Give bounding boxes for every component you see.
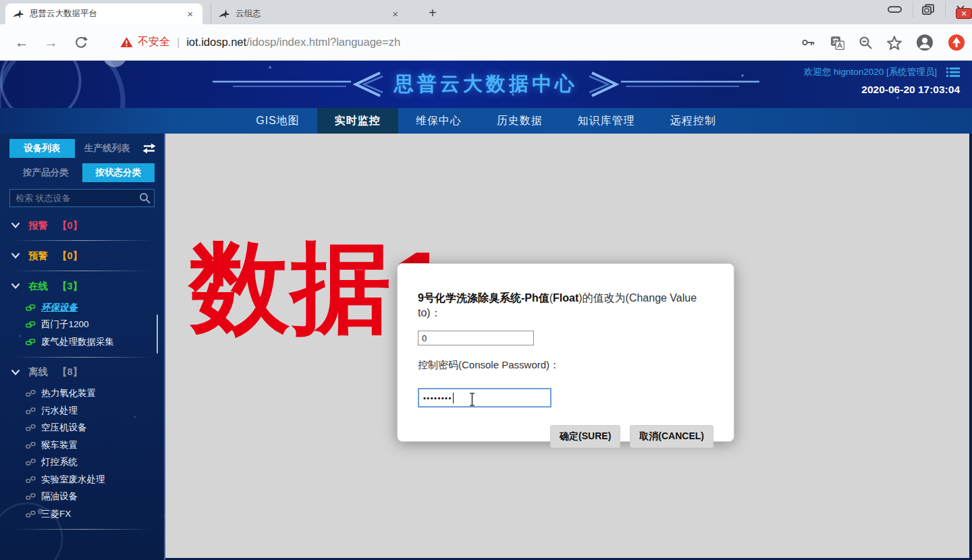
banner-deco-right-icon [587,71,759,98]
chevron-down-icon[interactable] [11,252,20,259]
divider [12,271,152,271]
nav-item-remote-control[interactable]: 远程控制 [653,108,734,134]
device-item-label: 污水处理 [41,405,78,417]
divider [12,529,152,530]
group-label: 预警 [28,250,48,262]
window-controls: ✕ [880,1,968,18]
link-offline-icon [26,509,36,519]
link-offline-icon [26,457,36,467]
device-item-selected[interactable]: 环保设备 [0,299,164,316]
tab-device-list[interactable]: 设备列表 [9,139,75,158]
profile-avatar-icon[interactable] [916,34,934,51]
device-item-label: 废气处理数据采集 [41,336,114,348]
divider [12,357,152,358]
sidebar-scrollbar[interactable] [157,314,158,354]
device-item[interactable]: 废气处理数据采集 [0,333,164,351]
translate-icon[interactable] [830,36,844,50]
new-tab-button[interactable]: + [422,4,443,22]
device-item[interactable]: 实验室废水处理 [0,471,164,488]
password-masked-value: •••••••• [423,394,452,402]
reload-button[interactable] [74,36,88,49]
bookmark-star-icon[interactable] [887,36,902,50]
zoom-out-icon[interactable] [859,36,873,50]
menu-list-icon[interactable] [946,67,960,78]
tab-close-icon[interactable]: × [389,8,401,20]
device-item[interactable]: 热力氧化装置 [0,385,164,403]
chevron-down-icon[interactable] [11,222,20,229]
nav-item-realtime-monitor[interactable]: 实时监控 [317,108,398,134]
security-warning-icon [120,36,133,48]
dialog-title-device: 9号化学洗涤除臭系统-Ph值 [418,292,549,304]
page-body: 设备列表 生产线列表 按产品分类 按状态分类 报警 【0】 [0,134,972,560]
device-item[interactable]: 隔油设备 [0,488,164,506]
forward-button[interactable]: → [44,34,58,51]
tab-by-product[interactable]: 按产品分类 [9,163,82,182]
group-count: 【8】 [57,366,82,379]
close-button[interactable]: ✕ [945,1,968,18]
device-item-label: 环保设备 [41,302,78,314]
device-item[interactable]: 西门子1200 [0,316,164,334]
device-item[interactable]: 灯控系统 [0,454,164,472]
group-label: 报警 [28,219,48,232]
nav-item-gis[interactable]: GIS地图 [238,108,317,134]
datetime-label: 2020-06-20 17:03:04 [804,84,960,96]
device-item[interactable]: 污水处理 [0,402,164,420]
browser-tab-active[interactable]: 思普云大数据平台 × [5,3,202,24]
tree-group-online[interactable]: 在线 【3】 [0,277,164,295]
link-offline-icon [26,389,36,398]
divider [12,240,152,241]
tree-group-alarm[interactable]: 报警 【0】 [0,217,164,234]
tab-strip: 思普云大数据平台 × 云组态 × + ✕ [0,0,972,24]
device-search-input[interactable] [9,189,155,207]
nav-item-history-data[interactable]: 历史数据 [479,108,560,134]
search-icon[interactable] [139,192,151,204]
nav-item-maintenance[interactable]: 维保中心 [398,108,479,134]
device-item-label: 猴车装置 [41,439,78,451]
tab-by-status[interactable]: 按状态分类 [82,163,155,182]
minimize-icon [888,5,902,13]
welcome-user-label: 欢迎您 hignton2020 [系统管理员] [804,66,937,78]
chevron-down-icon[interactable] [11,369,20,376]
sure-button[interactable]: 确定(SURE) [550,425,620,448]
console-password-input[interactable]: •••••••• [418,388,551,408]
url-host: iot.idosp.net [186,36,246,49]
app-title: 思普云大数据中心 [394,71,578,98]
device-item[interactable]: 猴车装置 [0,437,164,454]
device-item[interactable]: 空压机设备 [0,420,164,437]
address-bar[interactable]: 不安全 | iot.idosp.net /idosp/index.html?la… [105,35,400,49]
cancel-button[interactable]: 取消(CANCEL) [630,425,713,448]
device-item-label: 实验室废水处理 [41,474,105,486]
password-key-icon[interactable] [801,36,816,49]
main-content: 数据1 9号化学洗涤除臭系统-Ph值(Float)的值改为(Change Val… [165,134,969,558]
tab-production-line-list[interactable]: 生产线列表 [75,139,140,158]
link-online-icon [26,320,36,329]
dialog-title-type: Float [553,292,578,304]
new-value-input[interactable] [418,331,534,345]
browser-tab-inactive[interactable]: 云组态 × [211,3,408,24]
list-type-tabs: 设备列表 生产线列表 [9,139,156,158]
device-item[interactable]: 三菱FX [0,505,164,523]
chevron-down-icon[interactable] [11,283,20,289]
device-tree: 报警 【0】 预警 【0】 在线 【3】 [0,217,164,530]
tree-group-offline[interactable]: 离线 【8】 [0,364,164,381]
restore-button[interactable] [913,1,936,18]
tab-favicon-icon [218,8,230,20]
banner-right: 欢迎您 hignton2020 [系统管理员] 2020-06-20 17:03… [804,66,960,96]
tree-group-warning[interactable]: 预警 【0】 [0,247,164,264]
link-offline-icon [26,406,36,416]
back-button[interactable]: ← [15,34,29,51]
dialog-title: 9号化学洗涤除臭系统-Ph值(Float)的值改为(Change Value t… [418,291,713,320]
group-label: 离线 [28,366,48,379]
browser-toolbar: ← → 不安全 | iot.idosp.net /idosp/index.htm… [0,24,972,61]
tab-close-icon[interactable]: × [184,8,196,20]
screen: 思普云大数据平台 × 云组态 × + ✕ [0,0,972,560]
main-nav: GIS地图 实时监控 维保中心 历史数据 知识库管理 远程控制 [0,108,972,134]
minimize-button[interactable] [880,1,903,18]
nav-item-knowledge-base[interactable]: 知识库管理 [560,108,653,134]
swap-lists-button[interactable] [140,143,156,154]
extension-red-icon[interactable] [948,34,965,51]
group-count: 【0】 [57,219,82,232]
dialog-buttons: 确定(SURE) 取消(CANCEL) [418,425,713,448]
group-label: 在线 [28,280,48,293]
link-offline-icon [26,492,36,501]
